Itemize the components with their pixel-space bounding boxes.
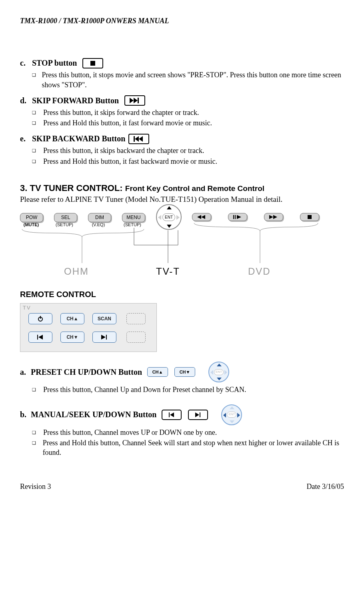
ch-down-button[interactable]: CH▼ [60,332,84,343]
tvt-label: TV-T [156,265,180,278]
section-b-row: b. MANUAL/SEEK UP/DOWN Button ENT [20,404,344,425]
svg-marker-6 [139,136,143,142]
svg-rect-3 [138,98,139,103]
pow-button[interactable]: POW [20,213,43,222]
section-3-heading: 3. TV TUNER CONTROL: Front Key Control a… [20,182,344,194]
section-3-para: Please refer to ALPINE TV Tuner (Model N… [20,194,344,205]
bullet-d1: ❑ Press this button, it skips forward th… [32,108,344,117]
ch-down-inline[interactable]: CH▼ [174,367,195,377]
footer: Revision 3 Date 3/16/05 [20,482,344,491]
bullet-text: Press this button, Channel moves UP or D… [43,428,217,437]
bullet-square-icon: ❑ [32,108,43,117]
left-arrow-icon[interactable] [158,215,161,220]
svg-marker-29 [195,412,199,417]
diagram-connectors [20,223,340,267]
remote-control-panel: TV CH▲ SCAN CH▼ [20,303,157,352]
ohm-label: OHM [64,265,89,278]
skip-forward-icon [124,95,145,106]
bullet-text: Press this button, Channel Up and Down f… [43,385,246,394]
bullet-square-icon: ❑ [32,157,43,166]
svg-marker-28 [170,412,174,417]
bullet-a1: ❑ Press this button, Channel Up and Down… [32,385,344,394]
svg-rect-10 [235,215,236,219]
section-c-title: STOP button [32,58,77,68]
mini-ent-a: ENT [214,369,224,375]
play-pause-button[interactable] [228,213,247,221]
down-arrow-icon[interactable] [217,378,222,380]
svg-marker-12 [269,215,273,219]
bullet-square-icon: ❑ [32,146,43,155]
h2-sub: Front Key Control and Remote Control [125,184,264,193]
power-icon [37,316,44,322]
section-d-letter: d. [20,95,29,106]
ch-up-button[interactable]: CH▲ [60,313,84,324]
section-d-heading: d. SKIP FORWARD Button [20,95,344,106]
up-arrow-icon[interactable] [167,206,172,209]
bullet-e1: ❑ Press this button, it skips backward t… [32,146,344,155]
svg-rect-4 [134,136,135,142]
next-inline[interactable] [188,410,208,420]
svg-marker-24 [38,335,43,340]
prev-track-button[interactable] [28,332,52,343]
footer-right: Date 3/16/05 [307,482,344,491]
bullet-square-icon: ❑ [32,438,43,458]
down-arrow-icon [230,420,234,423]
right-arrow-icon[interactable] [237,413,240,418]
bullet-d2: ❑ Press and Hold this button, it fast fo… [32,118,344,128]
stop-icon [82,58,103,68]
dashed-placeholder-2 [126,332,146,343]
dashed-placeholder-1 [126,313,146,324]
mini-nav-pad-a[interactable]: ENT [208,362,229,382]
section-d-title: SKIP FORWARD Button [32,95,119,106]
sel-button[interactable]: SEL [54,213,77,222]
section-c-heading: c. STOP button [20,58,344,68]
svg-marker-8 [201,215,205,219]
section-b-letter: b. [20,409,29,420]
svg-rect-27 [169,412,170,417]
bullet-e2: ❑ Press and Hold this button, it fast ba… [32,157,344,166]
svg-marker-2 [134,98,138,103]
bullet-b1: ❑ Press this button, Channel moves UP or… [32,428,344,437]
up-arrow-icon[interactable] [217,364,222,366]
bullet-text: Press and Hold this button, it fast back… [43,157,217,166]
right-arrow-icon[interactable] [176,215,180,220]
prev-track-icon [169,412,174,417]
remote-control-heading: REMOTE CONTROL [20,289,344,300]
h2-num: 3. TV TUNER CONTROL: [20,183,123,193]
right-arrow-icon [224,370,227,375]
ch-up-inline[interactable]: CH▲ [147,367,168,377]
svg-rect-14 [308,215,312,219]
ent-button[interactable]: ENT [162,213,175,221]
scan-button[interactable]: SCAN [92,313,116,324]
section-e-letter: e. [20,133,29,144]
section-a-row: a. PRESET CH UP/DOWN Button CH▲ CH▼ ENT [20,362,344,382]
bullet-square-icon: ❑ [32,118,43,128]
bullet-text: Press and Hold this button, Channel Seek… [43,438,344,458]
next-track-icon [195,412,201,417]
remote-tv-label: TV [23,304,31,312]
fast-forward-button[interactable] [264,213,283,221]
doc-header: TMX-R1000 / TMX-R1000P ONWERS MANUAL [20,16,344,26]
front-key-diagram: POW (MUTE) SEL (SETUP) DIM (V.EQ) MENU (… [20,209,340,277]
svg-marker-11 [237,215,241,219]
next-track-icon [101,335,108,340]
section-e-title: SKIP BACKWARD Button [32,133,125,144]
stop-button[interactable] [300,213,319,221]
mini-nav-pad-b[interactable]: ENT [221,404,242,425]
svg-rect-26 [106,335,107,340]
prev-inline[interactable] [162,410,182,420]
section-e-heading: e. SKIP BACKWARD Button [20,133,344,144]
next-track-button[interactable] [92,332,116,343]
svg-marker-7 [197,215,201,219]
section-a-title: PRESET CH UP/DOWN Button [31,368,142,376]
menu-button[interactable]: MENU [122,213,145,222]
svg-rect-30 [200,412,200,417]
bullet-c1: ❑ Press this button, it stops movie and … [32,70,344,90]
rewind-button[interactable] [192,213,211,221]
dim-button[interactable]: DIM [88,213,111,222]
svg-rect-23 [37,335,38,340]
bullet-square-icon: ❑ [32,385,43,394]
power-button[interactable] [28,313,52,324]
svg-marker-13 [273,215,277,219]
left-arrow-icon[interactable] [223,413,226,418]
